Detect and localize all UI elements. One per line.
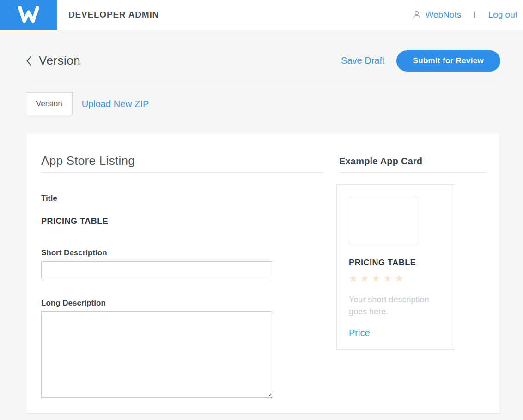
save-draft-link[interactable]: Save Draft: [341, 55, 384, 66]
page-title: Version: [39, 54, 80, 68]
section-title-app-store-listing: App Store Listing: [41, 154, 324, 168]
person-icon: [412, 10, 421, 19]
title-label: Title: [41, 194, 324, 203]
topbar-right: WebNots | Log out: [412, 10, 523, 20]
weebly-w-icon: [18, 6, 39, 24]
example-card-column: Example App Card PRICING TABLE ★★★★★ You…: [336, 154, 487, 398]
rating-stars: ★★★★★: [349, 273, 442, 284]
tabs-bar: Version Upload New ZIP: [26, 92, 500, 115]
chevron-left-icon[interactable]: [26, 56, 32, 66]
long-description-label: Long Description: [41, 299, 324, 308]
app-name: PRICING TABLE: [349, 258, 442, 267]
user-account-link[interactable]: WebNots: [412, 10, 461, 20]
tab-upload-new-zip[interactable]: Upload New ZIP: [82, 99, 149, 109]
star-icon: ★: [395, 273, 406, 283]
title-value: PRICING TABLE: [41, 216, 324, 226]
page-header-divider: [26, 78, 500, 78]
top-header: DEVELOPER ADMIN WebNots | Log out: [0, 0, 523, 30]
section-divider: [41, 172, 324, 173]
submit-for-review-button[interactable]: Submit for Review: [396, 50, 500, 72]
page-header: Version Save Draft Submit for Review: [26, 50, 500, 72]
long-description-textarea[interactable]: [41, 311, 272, 398]
tab-version[interactable]: Version: [26, 92, 73, 115]
star-icon: ★: [360, 273, 372, 283]
weebly-logo[interactable]: [0, 0, 57, 30]
price-link[interactable]: Price: [349, 328, 370, 338]
page-content: Version Save Draft Submit for Review Ver…: [0, 50, 523, 414]
app-store-listing-panel: App Store Listing Title PRICING TABLE Sh…: [26, 133, 500, 414]
star-icon: ★: [349, 273, 360, 283]
short-description-input[interactable]: [41, 261, 272, 279]
user-name-label: WebNots: [425, 10, 461, 20]
star-icon: ★: [372, 273, 383, 283]
listing-form-column: App Store Listing Title PRICING TABLE Sh…: [41, 154, 324, 398]
app-image-placeholder: [349, 197, 418, 244]
section-title-example-app-card: Example App Card: [336, 156, 487, 167]
star-icon: ★: [383, 273, 395, 283]
logout-link[interactable]: Log out: [488, 10, 517, 20]
app-title: DEVELOPER ADMIN: [68, 10, 159, 20]
app-short-description: Your short description goes here.: [349, 294, 442, 318]
short-description-label: Short Description: [41, 248, 324, 258]
section-divider: [339, 172, 487, 173]
example-app-card: PRICING TABLE ★★★★★ Your short descripti…: [336, 184, 454, 350]
header-divider: |: [474, 10, 475, 19]
